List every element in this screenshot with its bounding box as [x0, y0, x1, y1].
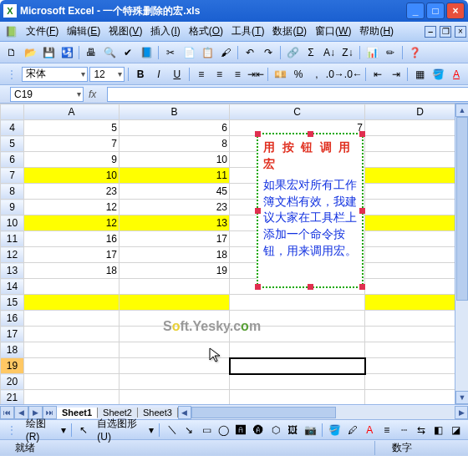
worksheet-grid[interactable]: ABCD 45677578986910971011108234591223101…	[0, 104, 455, 404]
cell[interactable]	[24, 311, 120, 327]
indent-inc-icon[interactable]: ⇥	[388, 66, 404, 83]
copy-icon[interactable]: 📄	[181, 44, 197, 61]
print-icon[interactable]: 🖶	[83, 44, 99, 61]
row-header[interactable]: 16	[1, 311, 24, 327]
preview-icon[interactable]: 🔍	[101, 44, 118, 61]
select-objects-icon[interactable]: ↖	[77, 422, 91, 438]
merge-icon[interactable]: ⇥⇤	[247, 66, 264, 83]
row-header[interactable]: 10	[1, 215, 24, 231]
font-color-icon[interactable]: A	[363, 422, 377, 438]
scroll-left-icon[interactable]: ◀	[178, 406, 191, 419]
cell[interactable]	[230, 390, 365, 405]
grip-icon[interactable]: ⋮	[5, 422, 19, 438]
row-header[interactable]: 14	[1, 279, 24, 295]
row-header[interactable]: 5	[1, 136, 24, 152]
cell[interactable]: 12	[24, 200, 120, 215]
maximize-button[interactable]: □	[426, 3, 445, 19]
col-header-B[interactable]: B	[120, 104, 230, 120]
cell[interactable]	[230, 374, 365, 390]
arrow-icon[interactable]: ↘	[182, 422, 196, 438]
row-header[interactable]: 11	[1, 231, 24, 247]
resize-handle[interactable]	[255, 284, 261, 290]
row-header[interactable]: 6	[1, 152, 24, 168]
cell[interactable]	[120, 374, 230, 390]
minimize-button[interactable]: _	[406, 3, 425, 19]
undo-icon[interactable]: ↶	[242, 44, 258, 61]
row-header[interactable]: 18	[1, 342, 24, 358]
diagram-icon[interactable]: ⬡	[268, 422, 282, 438]
menu-e[interactable]: 编辑(E)	[63, 23, 104, 38]
shadow-icon[interactable]: ◧	[432, 422, 446, 438]
scroll-up-icon[interactable]: ▲	[455, 104, 468, 117]
scroll-thumb[interactable]	[456, 117, 468, 301]
cell[interactable]	[24, 342, 120, 358]
cell[interactable]: 7	[24, 136, 120, 152]
cell[interactable]: 17	[120, 231, 230, 247]
cell[interactable]: 10	[24, 168, 120, 184]
cell[interactable]: 10	[365, 168, 455, 184]
menu-w[interactable]: 窗口(W)	[311, 23, 355, 38]
sort-asc-icon[interactable]: A↓	[321, 44, 338, 61]
scroll-right-icon[interactable]: ▶	[455, 406, 468, 419]
menu-i[interactable]: 插入(I)	[146, 23, 184, 38]
sheet-tab[interactable]: Sheet2	[98, 408, 138, 418]
align-right-icon[interactable]: ≡	[229, 66, 246, 83]
cell[interactable]	[365, 295, 455, 311]
wordart-icon[interactable]: 🅐	[252, 422, 266, 438]
cell[interactable]	[230, 311, 365, 327]
row-header[interactable]: 19	[1, 358, 24, 374]
cell[interactable]	[120, 279, 230, 295]
autosum-icon[interactable]: Σ	[303, 44, 319, 61]
resize-handle[interactable]	[308, 284, 313, 290]
sheet-tab[interactable]: Sheet1	[57, 408, 98, 418]
hyperlink-icon[interactable]: 🔗	[284, 44, 301, 61]
cell[interactable]: 16	[24, 231, 120, 247]
cell[interactable]: 19	[120, 263, 230, 279]
align-left-icon[interactable]: ≡	[193, 66, 210, 83]
save-icon[interactable]: 💾	[40, 44, 57, 61]
cell[interactable]	[365, 184, 455, 200]
picture-icon[interactable]: 📷	[303, 422, 318, 438]
cell[interactable]	[365, 200, 455, 215]
menu-t[interactable]: 工具(T)	[227, 23, 268, 38]
cell[interactable]: 17	[24, 247, 120, 263]
tab-first-icon[interactable]: ⏮	[0, 406, 14, 419]
menu-d[interactable]: 数据(D)	[268, 23, 311, 38]
cell[interactable]	[365, 358, 455, 374]
size-select[interactable]: 12	[89, 67, 125, 82]
redo-icon[interactable]: ↷	[260, 44, 277, 61]
dec-decimal-icon[interactable]: .0←	[345, 66, 362, 83]
cell[interactable]: 18	[24, 263, 120, 279]
row-header[interactable]: 13	[1, 263, 24, 279]
arrow-style-icon[interactable]: ⇆	[415, 422, 429, 438]
autoshapes-menu[interactable]: 自选图形(U)	[94, 417, 145, 443]
fill-color-icon[interactable]: 🪣	[328, 422, 342, 438]
cell[interactable]	[120, 327, 230, 342]
select-all-corner[interactable]	[1, 104, 24, 120]
line-icon[interactable]: ＼	[165, 422, 179, 438]
cell[interactable]: 7	[365, 120, 455, 136]
cell[interactable]: 9	[365, 152, 455, 168]
fx-icon[interactable]: fx	[89, 89, 102, 100]
cell[interactable]	[365, 390, 455, 405]
menu-h[interactable]: 帮助(H)	[355, 23, 398, 38]
resize-handle[interactable]	[308, 131, 313, 137]
sort-desc-icon[interactable]: Z↓	[339, 44, 356, 61]
cell[interactable]: 15	[365, 231, 455, 247]
inc-decimal-icon[interactable]: .0→	[327, 66, 343, 83]
cell[interactable]	[24, 374, 120, 390]
cell[interactable]	[24, 279, 120, 295]
resize-handle[interactable]	[255, 208, 261, 214]
cell[interactable]	[230, 295, 365, 311]
row-header[interactable]: 17	[1, 327, 24, 342]
spell-icon[interactable]: ✔	[120, 44, 136, 61]
currency-icon[interactable]: 💴	[272, 66, 288, 83]
underline-icon[interactable]: U	[169, 66, 186, 83]
cell[interactable]	[120, 311, 230, 327]
cell[interactable]	[230, 327, 365, 342]
cell[interactable]: 8	[365, 136, 455, 152]
textbox-icon[interactable]: 🅰	[234, 422, 248, 438]
mdi-minimize[interactable]: ‒	[425, 26, 436, 38]
comma-icon[interactable]: ,	[308, 66, 325, 83]
cell[interactable]: 10	[120, 152, 230, 168]
